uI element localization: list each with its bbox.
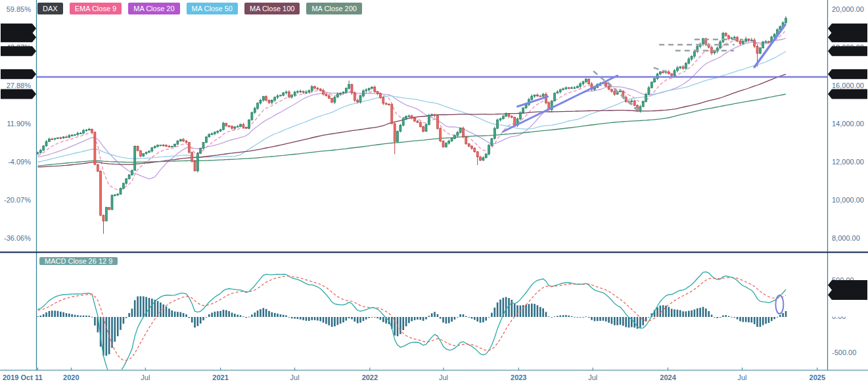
price-pane[interactable] — [37, 16, 787, 234]
time-axis-label: Jul — [737, 374, 746, 381]
time-axis-label: 2019 Oct 11 — [3, 374, 43, 381]
legend-badge-ma-close-100[interactable]: MA Close 100 — [244, 3, 300, 14]
time-axis-label: 2021 — [212, 374, 228, 381]
macd-legend-badge[interactable]: MACD Close 26 12 9 — [39, 254, 118, 267]
pane-separator[interactable] — [0, 252, 868, 253]
percent-axis-label: -20.07% — [4, 196, 31, 204]
ma100-line — [38, 74, 787, 167]
time-axis-label: Jul — [588, 374, 597, 381]
legend-badge-ma-close-200[interactable]: MA Close 200 — [306, 3, 361, 14]
trendline-annotation[interactable] — [754, 25, 785, 67]
legend: DAXEMA Close 9MA Close 20MA Close 50MA C… — [37, 3, 362, 14]
price-tag-0-text: 19,558.27 — [833, 14, 864, 22]
macd-pane[interactable] — [37, 272, 787, 375]
legend-badge-ema-close-9[interactable]: EMA Close 9 — [70, 3, 122, 14]
macd-axis-label: -500.00 — [832, 349, 856, 356]
candlestick-series — [37, 16, 787, 234]
time-axis-label: 2020 — [63, 374, 79, 381]
price-axis-label: 10,000.00 — [832, 196, 864, 204]
time-axis-label: Jul — [290, 374, 300, 381]
percent-axis-label: 59.85% — [7, 5, 32, 13]
price-axis-label: 20,000.00 — [832, 5, 864, 13]
macd-line — [38, 272, 787, 375]
price-tag-3-text: 17,837.40 — [833, 47, 864, 55]
ma200-line — [38, 94, 787, 166]
axes: 2019 Oct 112020Jul2021Jul2022Jul2023Jul2… — [0, 0, 868, 381]
time-axis-label: 2023 — [511, 374, 526, 381]
price-chart-canvas[interactable]: 2019 Oct 112020Jul2021Jul2022Jul2023Jul2… — [0, 0, 868, 386]
percent-tag-5-text: 24.60% — [7, 89, 30, 97]
percent-tag-3-text: 42.57% — [7, 47, 30, 55]
legend-badge-ma-close-20[interactable]: MA Close 20 — [128, 3, 179, 14]
price-tag-1-text: 19,027.84 — [833, 24, 864, 32]
macd-legend-label: MACD Close 26 12 9 — [39, 257, 118, 265]
price-axis-label: 16,000.00 — [832, 82, 864, 89]
legend-badge-dax[interactable]: DAX — [37, 3, 63, 14]
macd-tag-0-text: 409.00 — [833, 281, 854, 289]
time-axis-label: 2024 — [660, 374, 676, 381]
time-axis-label: Jul — [439, 374, 448, 381]
price-tag-5-text: 15,589.89 — [833, 89, 864, 97]
percent-tag-0-text: 56.32% — [7, 14, 30, 22]
percent-axis-label: 11.90% — [7, 120, 32, 128]
legend-badge-ma-close-50[interactable]: MA Close 50 — [187, 3, 238, 14]
time-axis-label: 2025 — [810, 374, 825, 381]
chart-window: 2019 Oct 112020Jul2021Jul2022Jul2023Jul2… — [0, 0, 868, 386]
ema9-line — [38, 30, 787, 189]
percent-tag-1-text: 52.08% — [7, 24, 30, 32]
time-axis-label: 2022 — [362, 374, 378, 381]
percent-axis-label: 27.88% — [7, 82, 32, 89]
macd-histogram — [37, 296, 787, 356]
percent-axis-label: -4.09% — [8, 158, 31, 166]
percent-tag-4-text: 32.94% — [7, 70, 30, 78]
price-axis-label: 12,000.00 — [832, 158, 864, 166]
time-axis-label: Jul — [141, 374, 150, 381]
percent-axis-label: -36.06% — [4, 234, 31, 242]
price-axis-label: 14,000.00 — [832, 120, 864, 128]
macd-tag-1-text: 336.80 — [833, 291, 854, 299]
percent-tag-2-text: 48.37% — [7, 33, 30, 41]
price-tag-2-text: 18,563.29 — [833, 33, 864, 41]
price-axis-label: 8,000.00 — [832, 234, 860, 242]
drawing-annotations[interactable] — [37, 25, 828, 314]
price-tag-4-text: 16,633.26 — [833, 70, 864, 78]
ellipse-annotation[interactable] — [775, 295, 783, 314]
macd-tag-2-text: 72.19 — [833, 307, 850, 315]
